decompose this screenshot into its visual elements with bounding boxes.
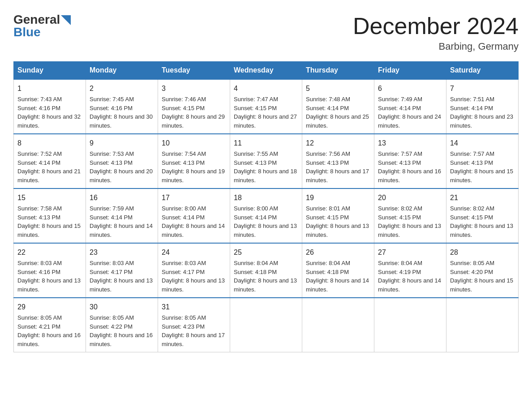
day-info: Sunrise: 8:04 AMSunset: 4:18 PMDaylight:… xyxy=(306,260,369,293)
calendar-day-cell: 21 Sunrise: 8:02 AMSunset: 4:15 PMDaylig… xyxy=(446,188,519,243)
day-info: Sunrise: 7:53 AMSunset: 4:13 PMDaylight:… xyxy=(90,150,153,184)
header-row: Sunday Monday Tuesday Wednesday Thursday… xyxy=(14,62,519,80)
day-number: 6 xyxy=(378,83,442,94)
calendar-day-cell: 16 Sunrise: 7:59 AMSunset: 4:14 PMDaylig… xyxy=(86,188,158,243)
day-info: Sunrise: 7:49 AMSunset: 4:14 PMDaylight:… xyxy=(378,96,441,129)
page-header: General Blue December 2024 Barbing, Germ… xyxy=(13,13,519,52)
day-number: 5 xyxy=(306,83,370,94)
col-monday: Monday xyxy=(86,62,158,80)
day-number: 25 xyxy=(234,247,298,258)
day-info: Sunrise: 8:03 AMSunset: 4:16 PMDaylight:… xyxy=(17,260,81,293)
day-info: Sunrise: 7:56 AMSunset: 4:13 PMDaylight:… xyxy=(306,150,369,184)
logo-general-text: General xyxy=(13,13,60,26)
day-number: 18 xyxy=(234,193,298,203)
day-info: Sunrise: 8:01 AMSunset: 4:15 PMDaylight:… xyxy=(306,205,369,238)
location-subtitle: Barbing, Germany xyxy=(353,41,519,52)
calendar-week-row: 29 Sunrise: 8:05 AMSunset: 4:21 PMDaylig… xyxy=(14,298,519,352)
day-number: 10 xyxy=(162,138,226,149)
day-number: 21 xyxy=(450,193,515,203)
calendar-day-cell: 28 Sunrise: 8:05 AMSunset: 4:20 PMDaylig… xyxy=(446,243,519,298)
calendar-day-cell xyxy=(302,298,374,352)
calendar-day-cell: 25 Sunrise: 8:04 AMSunset: 4:18 PMDaylig… xyxy=(230,243,302,298)
calendar-day-cell: 5 Sunrise: 7:48 AMSunset: 4:14 PMDayligh… xyxy=(302,79,374,134)
month-title: December 2024 xyxy=(353,13,519,39)
day-number: 8 xyxy=(17,138,82,149)
day-info: Sunrise: 7:54 AMSunset: 4:13 PMDaylight:… xyxy=(162,150,225,184)
day-number: 24 xyxy=(162,247,226,258)
day-info: Sunrise: 8:04 AMSunset: 4:19 PMDaylight:… xyxy=(378,260,441,293)
calendar-day-cell: 1 Sunrise: 7:43 AMSunset: 4:16 PMDayligh… xyxy=(14,79,86,134)
day-info: Sunrise: 7:51 AMSunset: 4:14 PMDaylight:… xyxy=(450,96,513,129)
col-wednesday: Wednesday xyxy=(230,62,302,80)
calendar-day-cell xyxy=(374,298,446,352)
calendar-day-cell: 2 Sunrise: 7:45 AMSunset: 4:16 PMDayligh… xyxy=(86,79,158,134)
day-number: 20 xyxy=(378,193,442,203)
day-info: Sunrise: 7:57 AMSunset: 4:13 PMDaylight:… xyxy=(378,150,441,184)
calendar-day-cell xyxy=(446,298,519,352)
calendar-body: 1 Sunrise: 7:43 AMSunset: 4:16 PMDayligh… xyxy=(14,79,519,352)
calendar-header: Sunday Monday Tuesday Wednesday Thursday… xyxy=(14,62,519,80)
day-info: Sunrise: 7:48 AMSunset: 4:14 PMDaylight:… xyxy=(306,96,369,129)
calendar-week-row: 8 Sunrise: 7:52 AMSunset: 4:14 PMDayligh… xyxy=(14,134,519,188)
calendar-week-row: 22 Sunrise: 8:03 AMSunset: 4:16 PMDaylig… xyxy=(14,243,519,298)
day-number: 30 xyxy=(90,302,154,313)
calendar-day-cell: 18 Sunrise: 8:00 AMSunset: 4:14 PMDaylig… xyxy=(230,188,302,243)
calendar-day-cell: 12 Sunrise: 7:56 AMSunset: 4:13 PMDaylig… xyxy=(302,134,374,188)
day-number: 15 xyxy=(17,193,82,203)
day-info: Sunrise: 7:59 AMSunset: 4:14 PMDaylight:… xyxy=(90,205,153,238)
day-info: Sunrise: 7:52 AMSunset: 4:14 PMDaylight:… xyxy=(17,150,81,184)
col-sunday: Sunday xyxy=(14,62,86,80)
day-number: 2 xyxy=(90,83,154,94)
calendar-week-row: 15 Sunrise: 7:58 AMSunset: 4:13 PMDaylig… xyxy=(14,188,519,243)
day-number: 27 xyxy=(378,247,442,258)
day-info: Sunrise: 8:02 AMSunset: 4:15 PMDaylight:… xyxy=(378,205,441,238)
day-info: Sunrise: 7:47 AMSunset: 4:15 PMDaylight:… xyxy=(234,96,297,129)
day-number: 23 xyxy=(90,247,154,258)
calendar-day-cell: 17 Sunrise: 8:00 AMSunset: 4:14 PMDaylig… xyxy=(158,188,230,243)
day-info: Sunrise: 8:02 AMSunset: 4:15 PMDaylight:… xyxy=(450,205,513,238)
day-number: 9 xyxy=(90,138,154,149)
calendar-day-cell: 7 Sunrise: 7:51 AMSunset: 4:14 PMDayligh… xyxy=(446,79,519,134)
col-saturday: Saturday xyxy=(446,62,519,80)
day-number: 28 xyxy=(450,247,515,258)
day-number: 13 xyxy=(378,138,442,149)
day-number: 4 xyxy=(234,83,298,94)
day-number: 12 xyxy=(306,138,370,149)
calendar-day-cell: 20 Sunrise: 8:02 AMSunset: 4:15 PMDaylig… xyxy=(374,188,446,243)
calendar-day-cell: 27 Sunrise: 8:04 AMSunset: 4:19 PMDaylig… xyxy=(374,243,446,298)
calendar-day-cell: 24 Sunrise: 8:03 AMSunset: 4:17 PMDaylig… xyxy=(158,243,230,298)
day-number: 14 xyxy=(450,138,515,149)
day-number: 17 xyxy=(162,193,226,203)
day-info: Sunrise: 7:43 AMSunset: 4:16 PMDaylight:… xyxy=(17,96,81,129)
day-info: Sunrise: 8:05 AMSunset: 4:23 PMDaylight:… xyxy=(162,314,225,347)
calendar-day-cell: 6 Sunrise: 7:49 AMSunset: 4:14 PMDayligh… xyxy=(374,79,446,134)
title-block: December 2024 Barbing, Germany xyxy=(353,13,519,52)
day-number: 31 xyxy=(162,302,226,313)
calendar-week-row: 1 Sunrise: 7:43 AMSunset: 4:16 PMDayligh… xyxy=(14,79,519,134)
day-info: Sunrise: 7:58 AMSunset: 4:13 PMDaylight:… xyxy=(17,205,81,238)
calendar-day-cell: 9 Sunrise: 7:53 AMSunset: 4:13 PMDayligh… xyxy=(86,134,158,188)
day-info: Sunrise: 7:45 AMSunset: 4:16 PMDaylight:… xyxy=(90,96,153,129)
calendar-day-cell xyxy=(230,298,302,352)
day-info: Sunrise: 8:05 AMSunset: 4:20 PMDaylight:… xyxy=(450,260,513,293)
day-number: 26 xyxy=(306,247,370,258)
day-info: Sunrise: 7:55 AMSunset: 4:13 PMDaylight:… xyxy=(234,150,297,184)
calendar-day-cell: 15 Sunrise: 7:58 AMSunset: 4:13 PMDaylig… xyxy=(14,188,86,243)
day-number: 11 xyxy=(234,138,298,149)
logo-triangle-icon xyxy=(61,15,71,25)
day-info: Sunrise: 7:57 AMSunset: 4:13 PMDaylight:… xyxy=(450,150,513,184)
day-info: Sunrise: 8:05 AMSunset: 4:21 PMDaylight:… xyxy=(17,314,81,347)
day-number: 1 xyxy=(17,83,82,94)
col-friday: Friday xyxy=(374,62,446,80)
day-number: 3 xyxy=(162,83,226,94)
calendar-day-cell: 19 Sunrise: 8:01 AMSunset: 4:15 PMDaylig… xyxy=(302,188,374,243)
calendar-day-cell: 29 Sunrise: 8:05 AMSunset: 4:21 PMDaylig… xyxy=(14,298,86,352)
calendar-table: Sunday Monday Tuesday Wednesday Thursday… xyxy=(13,61,519,352)
calendar-day-cell: 23 Sunrise: 8:03 AMSunset: 4:17 PMDaylig… xyxy=(86,243,158,298)
logo: General Blue xyxy=(13,13,71,39)
calendar-day-cell: 31 Sunrise: 8:05 AMSunset: 4:23 PMDaylig… xyxy=(158,298,230,352)
day-number: 7 xyxy=(450,83,515,94)
calendar-day-cell: 3 Sunrise: 7:46 AMSunset: 4:15 PMDayligh… xyxy=(158,79,230,134)
calendar-day-cell: 10 Sunrise: 7:54 AMSunset: 4:13 PMDaylig… xyxy=(158,134,230,188)
day-number: 16 xyxy=(90,193,154,203)
